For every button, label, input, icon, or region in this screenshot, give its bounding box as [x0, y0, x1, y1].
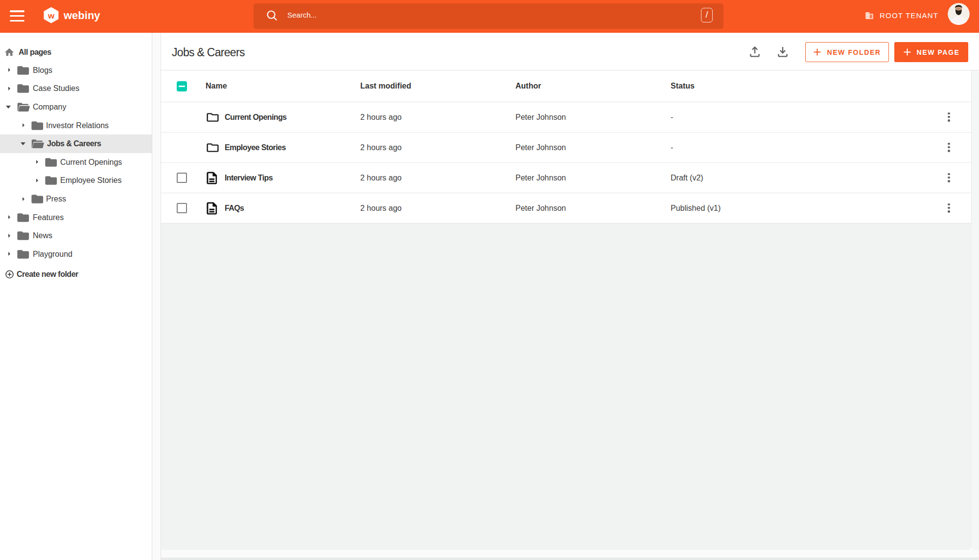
svg-text:w: w: [47, 11, 55, 21]
